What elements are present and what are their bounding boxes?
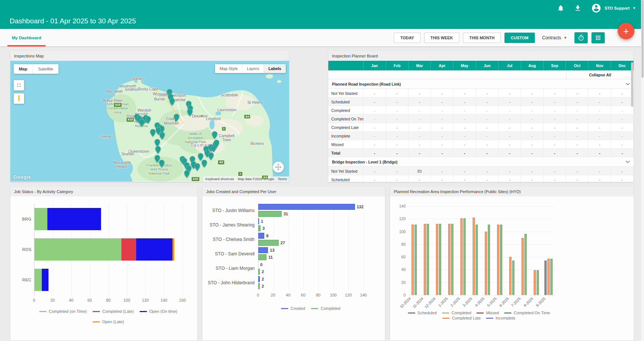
bar[interactable] [473, 218, 475, 295]
user-menu[interactable]: STO Support ▼ [591, 3, 636, 13]
bar[interactable] [258, 283, 260, 289]
map-marker[interactable] [212, 131, 217, 139]
map-marker[interactable] [187, 109, 192, 116]
planner-section-header[interactable]: Bridge Inspection - Level 1 (Bridge) [328, 157, 634, 167]
planner-month-header[interactable]: Sep [544, 61, 566, 70]
bar[interactable] [512, 261, 514, 295]
bar[interactable] [521, 238, 524, 295]
bar[interactable] [415, 225, 417, 295]
map-marker[interactable] [150, 129, 155, 137]
bar[interactable] [258, 204, 355, 210]
bar[interactable] [463, 218, 466, 295]
bar[interactable] [258, 218, 259, 224]
bar[interactable] [258, 254, 266, 260]
bar-segment[interactable] [42, 269, 48, 291]
planner-month-header[interactable]: Jul [499, 61, 521, 70]
download-icon[interactable] [574, 4, 581, 12]
bar[interactable] [258, 211, 282, 217]
map-marker[interactable] [169, 98, 175, 106]
map-marker-dot[interactable] [200, 115, 203, 117]
planner-month-header[interactable]: Jun [476, 61, 499, 70]
planner-month-header[interactable]: Aug [521, 61, 544, 70]
map-marker[interactable] [208, 152, 214, 160]
bar[interactable] [258, 225, 261, 231]
planner-month-header[interactable]: Dec [611, 61, 634, 70]
bar-segment[interactable] [136, 238, 172, 261]
bar[interactable] [448, 224, 450, 295]
bar[interactable] [258, 233, 264, 239]
planner-month-header[interactable]: May [453, 61, 476, 70]
bar[interactable] [258, 240, 279, 246]
bar-segment[interactable] [47, 208, 101, 230]
contracts-dropdown[interactable]: Contracts ▼ [542, 35, 567, 40]
bar[interactable] [500, 225, 502, 295]
notifications-icon[interactable] [557, 4, 564, 12]
bar-segment[interactable] [34, 269, 42, 291]
planner-scrollbar[interactable] [631, 62, 633, 107]
planner-section-header[interactable]: Planned Road Inspection (Road Link) [328, 79, 634, 89]
bar[interactable] [427, 224, 429, 295]
keyboard-shortcuts-link[interactable]: Keyboard shortcuts [205, 177, 234, 181]
map-marker[interactable] [155, 146, 161, 154]
fullscreen-button[interactable] [14, 80, 24, 90]
this-month-button[interactable]: THIS MONTH [463, 33, 501, 43]
bar[interactable] [258, 247, 268, 253]
custom-button[interactable]: CUSTOM [504, 33, 534, 43]
pegman-button[interactable] [14, 93, 24, 104]
labels-button[interactable]: Labels [264, 64, 286, 73]
bar[interactable] [497, 225, 499, 295]
page-scrollbar[interactable] [641, 0, 644, 341]
bar[interactable] [436, 224, 438, 295]
bar[interactable] [524, 234, 527, 295]
bar[interactable] [476, 225, 478, 295]
planner-month-header[interactable]: Apr [431, 61, 453, 70]
planner-month-header[interactable]: Oct [566, 61, 588, 70]
bar[interactable] [547, 259, 550, 295]
chevron-down-icon[interactable] [625, 83, 630, 86]
bar[interactable] [258, 276, 260, 282]
map-marker[interactable] [139, 119, 144, 127]
map-marker[interactable] [214, 140, 219, 148]
map-marker[interactable] [145, 116, 151, 124]
bar[interactable] [509, 257, 511, 295]
bar[interactable] [485, 232, 487, 295]
bar[interactable] [451, 224, 453, 295]
bar-segment[interactable] [121, 238, 136, 261]
bar[interactable] [258, 269, 260, 275]
collapse-all-button[interactable]: Collapse All [566, 70, 634, 79]
bar-segment[interactable] [34, 208, 47, 230]
pan-control[interactable] [273, 162, 284, 173]
tab-my-dashboard[interactable]: My Dashboard [6, 29, 47, 46]
bar[interactable] [439, 224, 441, 295]
map-marker[interactable] [184, 170, 189, 178]
map-marker[interactable] [202, 160, 207, 168]
chevron-down-icon[interactable] [625, 160, 630, 163]
bar[interactable] [544, 261, 547, 295]
map-marker[interactable] [174, 114, 179, 122]
bar-segment[interactable] [34, 238, 121, 261]
planner-month-header[interactable]: Mar [409, 61, 431, 70]
today-button[interactable]: TODAY [394, 33, 420, 43]
bar-segment[interactable] [172, 238, 174, 261]
bar[interactable] [537, 270, 539, 295]
planner-month-header[interactable]: Jan [363, 61, 386, 70]
map-marker[interactable] [195, 163, 200, 171]
map-canvas[interactable]: Map Satellite Map Style Layers Labels [10, 61, 289, 182]
map-marker[interactable] [154, 139, 160, 147]
add-widget-fab[interactable]: + [618, 23, 634, 39]
planner-month-header[interactable]: Nov [588, 61, 611, 70]
grid-view-button[interactable] [591, 32, 605, 43]
planner-month-header[interactable]: Feb [386, 61, 409, 70]
bar[interactable] [412, 225, 414, 295]
this-week-button[interactable]: THIS WEEK [424, 33, 459, 43]
layers-button[interactable]: Layers [242, 64, 264, 73]
map-type-map[interactable]: Map [14, 64, 33, 74]
timer-button[interactable] [574, 32, 588, 43]
map-marker[interactable] [159, 160, 164, 168]
bar[interactable] [488, 225, 490, 295]
map-type-satellite[interactable]: Satellite [33, 64, 58, 74]
terms-link[interactable]: Terms [278, 177, 287, 181]
bar[interactable] [460, 218, 463, 295]
bar[interactable] [424, 224, 426, 295]
bar[interactable] [534, 270, 536, 295]
